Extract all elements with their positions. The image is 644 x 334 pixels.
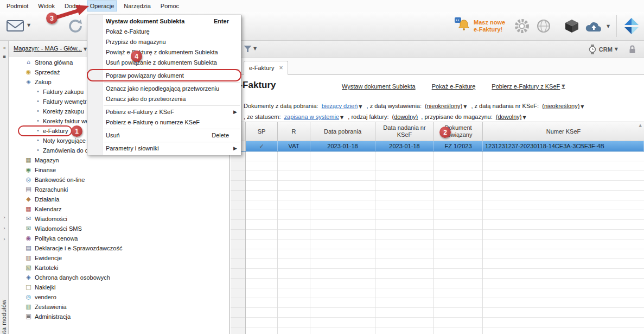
chevron-down-icon[interactable]: ▼ [607, 24, 610, 29]
menu-item-pobierz-e-fakture-o-numerze[interactable]: Pobierz e-Fakturę o numerze KSeF [87, 117, 241, 128]
content-toolbar: ▼ CRM ▼ [231, 41, 644, 58]
filter-line-1: Dokumenty z datą pobrania: bieżący dzień… [243, 101, 585, 112]
sidebar-item-polityka-cenowa[interactable]: ◉Polityka cenowa [9, 234, 229, 243]
sidebar-item-finanse[interactable]: ◉Finanse [9, 165, 229, 175]
grid-column [434, 152, 483, 334]
sidebar-item-vendero[interactable]: ◎vendero [9, 292, 229, 302]
sidebar-item-label: Korekty zakupu [43, 108, 84, 115]
chevron-down-icon: ▼ [581, 104, 584, 109]
table-header-row: SP R Data pobrania Data nadania nr KSeF … [231, 122, 644, 141]
menu-item-przypisz-do-magazynu[interactable]: Przypisz do magazynu [87, 37, 241, 47]
menu-separator [104, 82, 240, 83]
sidebar-item-magazyn[interactable]: ▦Magazyn [9, 155, 229, 165]
filter-label: , przypisane do magazynu: [421, 114, 492, 120]
close-icon[interactable]: × [279, 65, 283, 71]
sidebar-item-naklejki[interactable]: □Naklejki [9, 282, 229, 292]
tab-label: e-Faktury [249, 65, 274, 71]
operacje-dropdown-menu: Wystaw dokument SubiektaEnter Pokaż e-Fa… [87, 15, 241, 155]
sidebar-item-deklaracje[interactable]: ▤Deklaracje i e-Sprawozdawczość [9, 243, 229, 253]
filter-value-rodzaj-faktury[interactable]: (dowolny) [392, 114, 418, 120]
filter-funnel-button[interactable]: ▼ [244, 45, 257, 53]
sidebar-item-label: Bankowość on-line [35, 177, 85, 183]
menu-item-label: Pokaż e-Fakturę [106, 27, 150, 37]
notification-text[interactable]: Masz nowe e-Faktury! [474, 19, 505, 33]
refresh-icon[interactable] [67, 18, 84, 35]
crm-selector[interactable]: CRM ▼ [588, 45, 618, 54]
expand-group-icon[interactable]: › [0, 236, 9, 242]
cell-sp: ✓ [246, 141, 278, 151]
column-header-data-nadania[interactable]: Data nadania nr KSeF [375, 122, 434, 141]
sidebar-item-bankowosc[interactable]: ◎Bankowość on-line [9, 175, 229, 185]
collapse-panel-icon[interactable]: « [0, 45, 9, 51]
sidebar-item-dzialania[interactable]: ◆Działania [9, 194, 229, 204]
sidebar-item-ewidencje[interactable]: ▥Ewidencje [9, 253, 229, 263]
menu-item-usun-powiazanie[interactable]: Usuń powiązanie z dokumentem Subiekta [87, 58, 241, 68]
filter-value-data-wystawienia[interactable]: (nieokreślony) [425, 103, 462, 109]
submenu-arrow-icon: ▶ [233, 107, 237, 117]
sidebar-item-rozrachunki[interactable]: ▤Rozrachunki [9, 185, 229, 194]
menu-dodaj[interactable]: Dodaj [61, 1, 84, 11]
menu-podmiot[interactable]: Podmiot [3, 1, 31, 11]
column-header-r[interactable]: R [278, 122, 310, 141]
menu-item-label: Pobierz e-Fakturę o numerze KSeF [106, 117, 200, 128]
sidebar-item-kalendarz[interactable]: ▦Kalendarz [9, 204, 229, 214]
menu-item-label: Oznacz jako do przetworzenia [106, 94, 186, 104]
link-pobierz-e-faktury[interactable]: Pobierz e-Faktury z KSeF▼ [492, 83, 565, 90]
cloud-sync-icon[interactable] [584, 20, 604, 35]
menu-item-wystaw-dokument-subiekta[interactable]: Wystaw dokument SubiektaEnter [87, 16, 241, 27]
menu-widok[interactable]: Widok [35, 1, 58, 11]
sidebar-item-label: Strona główna [35, 59, 73, 66]
activities-icon: ◆ [24, 194, 33, 204]
tab-e-faktury[interactable]: e-Faktury × [244, 61, 288, 75]
filter-value-status[interactable]: zapisana w systemie [284, 114, 340, 120]
filter-value-data-nadania[interactable]: (nieokreślony) [542, 103, 579, 109]
filter-value-magazyn[interactable]: (dowolny) [496, 114, 522, 120]
filter-label: , ze statusem: [244, 114, 280, 120]
link-label: Pobierz e-Faktury z KSeF [492, 83, 560, 90]
crm-label: CRM [599, 46, 613, 53]
settings-gear-icon[interactable] [513, 17, 531, 36]
sidebar-item-kartoteki[interactable]: ▧Kartoteki [9, 263, 229, 273]
menu-item-usun[interactable]: UsuńDelete [87, 130, 241, 141]
menu-operacje[interactable]: Operacje [87, 1, 118, 11]
menu-item-powiaz-e-fakture[interactable]: Powiąż e-Fakturę z dokumentem Subiekta [87, 47, 241, 58]
sidebar-item-label: Noty korygujące [43, 137, 86, 144]
e-faktury-table: SP R Data pobrania Data nadania nr KSeF … [231, 122, 644, 334]
menu-pomoc[interactable]: Pomoc [157, 1, 182, 11]
administration-icon: ▣ [24, 312, 33, 322]
menu-narzedzia[interactable]: Narzędzia [120, 1, 154, 11]
expand-group-icon[interactable]: › [0, 215, 9, 220]
link-wystaw-dokument[interactable]: Wystaw dokument Subiekta [342, 83, 416, 90]
menu-item-parametry-i-slowniki[interactable]: Parametry i słowniki▶ [87, 143, 241, 154]
table-empty-grid [231, 152, 644, 334]
chevron-down-icon[interactable]: ▼ [27, 23, 30, 28]
link-pokaz-e-fakture[interactable]: Pokaż e-Fakturę [432, 83, 476, 90]
pin-panel-icon[interactable]: ▪ [0, 54, 9, 59]
menu-item-label: Parametry i słowniki [106, 143, 159, 154]
chevron-down-icon: ▼ [615, 47, 618, 52]
menu-item-pokaz-e-fakture[interactable]: Pokaż e-Fakturę [87, 27, 241, 37]
lock-button[interactable] [628, 45, 636, 55]
brand-logo-icon[interactable] [622, 16, 641, 37]
menu-item-popraw-powiazany-dokument[interactable]: Popraw powiązany dokument [87, 71, 241, 81]
funnel-icon [244, 45, 252, 53]
filter-value-data-pobrania[interactable]: bieżący dzień [322, 103, 358, 109]
menu-item-oznacz-do-przetworzenia[interactable]: Oznacz jako do przetworzenia [87, 94, 241, 104]
sidebar-item-wiadomosci-sms[interactable]: ✉Wiadomości SMS [9, 224, 229, 234]
column-header-numer-ksef[interactable]: Numer KSeF▲ [483, 122, 644, 141]
notification-bell-icon[interactable] [455, 17, 471, 34]
column-header-sp[interactable]: SP [246, 122, 278, 141]
table-row-selected[interactable]: ► ✓ VAT 2023-01-18 2023-01-18 FZ 1/2023 … [231, 141, 644, 152]
sidebar-item-administracja[interactable]: ▣Administracja [9, 312, 229, 322]
sidebar-item-zestawienia[interactable]: ▥Zestawienia [9, 302, 229, 312]
globe-icon[interactable] [535, 17, 552, 36]
cube-icon[interactable] [564, 18, 579, 35]
column-header-data-pobrania[interactable]: Data pobrania [310, 122, 375, 141]
send-message-icon[interactable] [5, 17, 26, 35]
sidebar-item-ochrona-danych[interactable]: ◈Ochrona danych osobowych [9, 273, 229, 282]
menu-item-pobierz-e-faktury-z-ksef[interactable]: Pobierz e-Faktury z KSeF▶ [87, 107, 241, 117]
link-label: Pokaż e-Fakturę [432, 83, 476, 90]
expand-group-icon[interactable]: › [0, 225, 9, 231]
menu-item-oznacz-niepodlegajaca[interactable]: Oznacz jako niepodlegającą przetworzeniu [87, 84, 241, 94]
sidebar-item-wiadomosci[interactable]: ✉Wiadomości [9, 214, 229, 224]
